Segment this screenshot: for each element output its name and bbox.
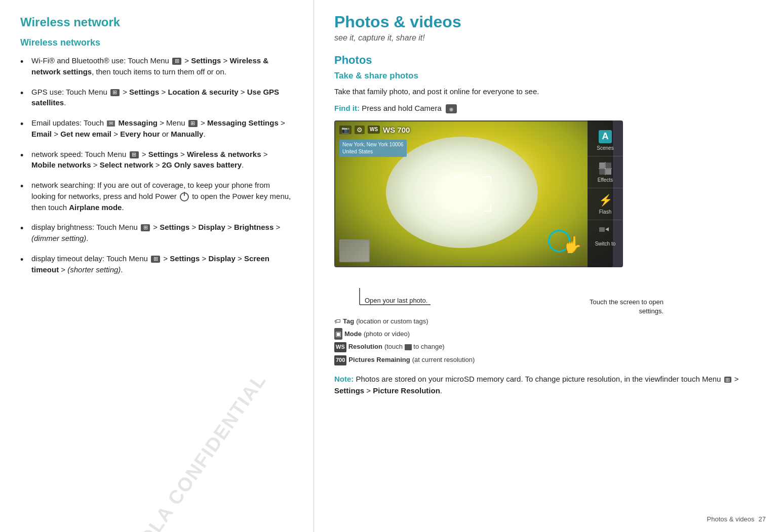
touch-screen-annotation: Touch the screen to open settings.	[572, 297, 663, 315]
page-container: Wireless network Wireless networks Wi-Fi…	[0, 0, 781, 532]
find-it-text: Press and hold Camera	[362, 104, 442, 112]
wireless-sub: Wireless networks	[20, 37, 293, 48]
effects-icon	[598, 161, 612, 176]
subsection-title: Photos	[334, 54, 763, 67]
list-item: network searching: If you are out of cov…	[20, 180, 293, 213]
menu-icon	[110, 89, 120, 96]
thumbnail-photo	[339, 239, 370, 262]
ws-icon: WS	[334, 342, 346, 352]
resolution-menu-icon	[405, 344, 412, 350]
bracket-bl	[456, 204, 463, 212]
note-menu-icon	[724, 377, 731, 383]
menu-icon	[130, 151, 139, 158]
mode-desc: (photo or video)	[364, 328, 410, 340]
flash-label: Flash	[599, 209, 611, 215]
note-label: Note:	[334, 375, 354, 383]
touch-screen-text: Touch the screen to open settings.	[590, 298, 663, 315]
list-item: display brightness: Touch Menu > Setting…	[20, 222, 293, 244]
find-it-label: Find it:	[334, 104, 360, 112]
section-subtitle: see it, capture it, share it!	[334, 33, 763, 43]
camera-model: WS 700	[383, 126, 410, 134]
list-item: Wi-Fi® and Bluetooth® use: Touch Menu > …	[20, 55, 293, 77]
page-footer: Photos & videos 27	[707, 515, 766, 523]
open-last-photo-annotation: Open your last photo.	[339, 285, 441, 308]
camera-container: 📷 ⚙ WS WS 700 New York, New York 10006 U…	[334, 120, 658, 282]
camera-svg	[446, 104, 457, 113]
svg-marker-11	[605, 227, 609, 231]
pictures-remaining-label: Pictures Remaining	[348, 354, 410, 365]
camera-topbar: 📷 ⚙ WS WS 700	[339, 126, 608, 134]
section-title: Photos & videos	[334, 13, 763, 31]
open-last-photo-text: Open your last photo.	[365, 297, 427, 304]
side-menu-switch[interactable]: Switch to	[588, 220, 623, 252]
svg-rect-7	[606, 169, 611, 175]
wireless-heading: Wireless network	[20, 15, 293, 29]
switch-label: Switch to	[595, 241, 616, 247]
focus-bracket	[456, 176, 491, 212]
flash-symbol: ⚡	[599, 194, 612, 207]
bracket-tr	[484, 176, 491, 183]
intro-text: Take that family photo, and post it onli…	[334, 86, 763, 98]
ws-badge: WS	[368, 126, 380, 134]
switch-icon	[598, 225, 612, 239]
location-box: New York, New York 10006 United States	[339, 140, 407, 157]
take-share-heading: Take & share photos	[334, 71, 763, 81]
bracket-br	[484, 204, 491, 212]
menu-icon	[141, 224, 150, 231]
700-icon: 700	[334, 355, 346, 365]
svg-rect-10	[599, 227, 605, 232]
list-item: Email updates: Touch ✉ Messaging > Menu …	[20, 117, 293, 140]
page-number: 27	[759, 515, 766, 523]
svg-rect-4	[599, 162, 605, 168]
touch-cursor: 👆	[562, 235, 582, 254]
right-column: Photos & videos see it, capture it, shar…	[314, 0, 781, 532]
switch-svg	[599, 227, 612, 238]
find-it-line: Find it: Press and hold Camera	[334, 104, 763, 113]
bracket-tl	[456, 176, 463, 183]
side-menu-flash[interactable]: ⚡ Flash	[588, 188, 623, 220]
pictures-remaining-desc: (at current resolution)	[412, 354, 475, 365]
menu-icon	[188, 120, 198, 127]
tag-label: Tag	[343, 315, 354, 327]
left-column: Wireless network Wireless networks Wi-Fi…	[0, 0, 314, 532]
svg-rect-6	[599, 169, 605, 175]
note-section: Note: Photos are stored on your microSD …	[334, 374, 763, 396]
legend-row-pictures: 700 Pictures Remaining (at current resol…	[334, 354, 763, 365]
side-menu-effects[interactable]: Effects	[588, 156, 623, 188]
page-section-label: Photos & videos	[707, 515, 755, 523]
tag-icon: 🏷	[334, 315, 341, 327]
power-icon	[180, 192, 189, 201]
legend-row-tag: 🏷 Tag (location or custom tags)	[334, 315, 763, 327]
effects-svg	[599, 162, 612, 175]
list-item: network speed: Touch Menu > Settings > W…	[20, 149, 293, 171]
list-item: GPS use: Touch Menu > Settings > Locatio…	[20, 87, 293, 109]
resolution-desc: (touch to change)	[384, 341, 445, 352]
location-line2: United States	[342, 148, 404, 155]
legend-row-resolution: WS Resolution (touch to change)	[334, 341, 763, 352]
menu-icon	[172, 58, 181, 65]
tag-desc: (location or custom tags)	[356, 315, 428, 327]
mode-icon: ▣	[334, 328, 342, 340]
svg-rect-5	[606, 162, 611, 168]
svg-point-2	[450, 108, 452, 111]
location-line1: New York, New York 10006	[342, 141, 404, 148]
effects-label: Effects	[598, 177, 613, 183]
menu-icon	[151, 256, 160, 263]
flash-icon: ⚡	[598, 193, 612, 208]
resolution-label: Resolution	[348, 341, 382, 352]
mode-label: Mode	[344, 328, 362, 340]
list-item: display timeout delay: Touch Menu > Sett…	[20, 253, 293, 275]
camera-screen: 📷 ⚙ WS WS 700 New York, New York 10006 U…	[334, 120, 613, 267]
watermark: MOTOROLA CONFIDENTIAL	[92, 370, 271, 532]
camera-side-menu: A Scenes Effe	[588, 120, 623, 267]
settings-icon: ⚙	[355, 126, 365, 134]
camera-mode-icon: 📷	[339, 126, 352, 134]
messaging-icon: ✉	[107, 120, 115, 127]
svg-rect-3	[449, 105, 452, 107]
legend-row-mode: ▣ Mode (photo or video)	[334, 328, 763, 340]
bullet-list: Wi-Fi® and Bluetooth® use: Touch Menu > …	[20, 55, 293, 275]
scenes-label: Scenes	[597, 145, 613, 151]
camera-icon	[446, 104, 457, 113]
camera-legend: 🏷 Tag (location or custom tags) ▣ Mode (…	[334, 315, 763, 366]
